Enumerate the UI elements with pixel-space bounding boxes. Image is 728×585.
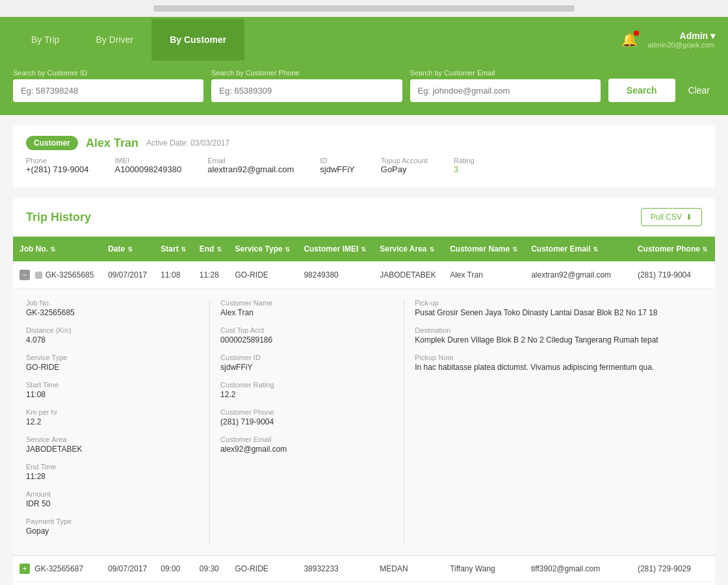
customer-phone-input[interactable] (211, 79, 402, 102)
cell-customer-name: Lux Crownguard (443, 582, 525, 586)
col-job-no[interactable]: Job No. ⇅ (13, 237, 101, 261)
phone-label: Phone (26, 157, 89, 164)
id-label: ID (320, 157, 354, 164)
expanded-detail-row: Job No. GK-32565685 Distance (Km) 4.078 … (13, 289, 715, 556)
col-customer-imei[interactable]: Customer IMEI ⇅ (297, 237, 373, 261)
customer-phone-label: Search by Customer Phone (211, 69, 402, 77)
cell-customer-imei: 98249380 (297, 261, 373, 289)
pull-csv-label: Pull CSV (651, 213, 682, 222)
topup-value: GoPay (381, 164, 428, 174)
cell-service-area: JABODETABEK (373, 582, 443, 586)
col-customer-phone[interactable]: Customer Phone ⇅ (631, 237, 715, 261)
customer-id-detail: ID sjdwFFiY (320, 157, 354, 174)
customer-id-field: Search by Customer ID (13, 69, 203, 102)
cell-job-no: + GK-32565688 (13, 582, 101, 586)
cell-service-type: GO-RIDE (228, 261, 297, 289)
customer-badge: Customer (26, 136, 78, 150)
table-row[interactable]: + GK-32565687 09/07/2017 09:00 09:30 GO-… (13, 556, 715, 582)
search-button[interactable]: Search (608, 79, 675, 102)
col-date[interactable]: Date ⇅ (101, 237, 154, 261)
detail-service-type: Service Type GO-RIDE (26, 354, 199, 372)
cell-customer-phone: (281) 222-9324 (631, 582, 715, 586)
pull-csv-button[interactable]: Pull CSV ⬇ (641, 208, 702, 226)
customer-imei-detail: IMEI A1000098249380 (115, 157, 182, 174)
customer-id-label: Search by Customer ID (13, 69, 203, 77)
cell-customer-imei: 29402930 (297, 582, 373, 586)
cell-customer-phone: (281) 719-9004 (631, 261, 715, 289)
cell-start: 09:00 (154, 556, 192, 582)
admin-name: Admin ▾ (648, 31, 716, 41)
imei-label: IMEI (115, 157, 182, 164)
customer-active-date: Active Date: 03/03/2017 (146, 138, 229, 148)
clear-button[interactable]: Clear (683, 79, 715, 102)
customer-email-field: Search by Customer Email (410, 69, 601, 102)
cell-customer-email: luxcguard@yahoo.com (525, 582, 631, 586)
detail-payment-type: Payment Type Gopay (26, 517, 199, 536)
detail-service-area: Service Area JABODETABEK (26, 436, 199, 454)
cell-service-area: JABODETABEK (373, 261, 443, 289)
cell-service-type: GO-RIDE (228, 582, 297, 586)
cell-end: 09:10 (193, 582, 229, 586)
table-header-row: Job No. ⇅ Date ⇅ Start ⇅ End ⇅ Service T… (13, 237, 715, 261)
detail-customer-phone: Customer Phone (281) 719-9004 (220, 408, 393, 426)
phone-value: +(281) 719-9004 (26, 164, 89, 174)
table-row[interactable]: − ▦ GK-32565685 09/07/2017 11:08 11:28 G… (13, 261, 715, 289)
detail-cell: Job No. GK-32565685 Distance (Km) 4.078 … (13, 289, 715, 556)
cell-service-type: GO-RIDE (228, 556, 297, 582)
trip-history-header: Trip History Pull CSV ⬇ (13, 198, 715, 237)
cell-customer-email: tiff3902@gmail.com (525, 556, 631, 582)
customer-header: Customer Alex Tran Active Date: 03/03/20… (26, 136, 702, 150)
detail-customer-rating: Customer Rating 12.2 (220, 381, 393, 399)
tab-by-trip[interactable]: By Trip (13, 19, 78, 60)
expand-toggle[interactable]: − (20, 270, 30, 280)
col-end[interactable]: End ⇅ (193, 237, 229, 261)
cell-end: 11:28 (193, 261, 229, 289)
admin-info: Admin ▾ admin20@gojek.com (648, 31, 716, 49)
detail-cust-top-acct: Cust Top Acct 000002589186 (220, 326, 393, 344)
id-value: sjdwFFiY (320, 164, 354, 174)
tab-by-customer[interactable]: By Customer (151, 19, 244, 60)
nav-tabs: By Trip By Driver By Customer (13, 17, 244, 62)
cell-customer-name: Tiffany Wang (443, 556, 525, 582)
topup-detail: Topup Account GoPay (381, 157, 428, 174)
col-service-area[interactable]: Service Area ⇅ (373, 237, 443, 261)
detail-destination: Destination Komplek Duren Village Blok B… (415, 326, 692, 344)
cell-date: 09/07/2017 (101, 582, 154, 586)
progress-bar (153, 5, 575, 12)
table-container: Job No. ⇅ Date ⇅ Start ⇅ End ⇅ Service T… (13, 237, 715, 585)
main-content: Customer Alex Tran Active Date: 03/03/20… (0, 115, 728, 585)
email-label: Email (207, 157, 294, 164)
detail-pickup: Pick-up Pusat Grosir Senen Jaya Toko Din… (415, 299, 692, 317)
col-customer-name[interactable]: Customer Name ⇅ (443, 237, 525, 261)
cell-service-area: MEDAN (373, 556, 443, 582)
topup-label: Topup Account (381, 157, 428, 164)
detail-pickup-note: Pickup Note In hac habitasse platea dict… (415, 354, 692, 372)
detail-km-per-hr: Km per hr 12.2 (26, 408, 199, 426)
cell-customer-imei: 38932233 (297, 556, 373, 582)
notification-dot (634, 31, 639, 36)
detail-job-no: Job No. GK-32565685 (26, 299, 199, 317)
bell-icon[interactable]: 🔔 (621, 32, 638, 47)
col-start[interactable]: Start ⇅ (154, 237, 192, 261)
customer-phone-field: Search by Customer Phone (211, 69, 402, 102)
cell-customer-name: Alex Tran (443, 261, 525, 289)
customer-card: Customer Alex Tran Active Date: 03/03/20… (13, 125, 715, 187)
customer-email-input[interactable] (410, 79, 601, 102)
cell-end: 09:30 (193, 556, 229, 582)
cell-start: 08:30 (154, 582, 192, 586)
expand-toggle[interactable]: + (20, 564, 30, 574)
tab-by-driver[interactable]: By Driver (78, 19, 152, 60)
table-icon: ▦ (34, 269, 43, 280)
customer-id-input[interactable] (13, 79, 203, 102)
trip-history: Trip History Pull CSV ⬇ Job No. ⇅ Date ⇅… (13, 198, 715, 585)
detail-distance: Distance (Km) 4.078 (26, 326, 199, 344)
customer-phone-detail: Phone +(281) 719-9004 (26, 157, 89, 174)
table-row[interactable]: + GK-32565688 09/07/2017 08:30 09:10 GO-… (13, 582, 715, 586)
col-service-type[interactable]: Service Type ⇅ (228, 237, 297, 261)
detail-amount: Amount IDR 50 (26, 490, 199, 508)
email-value: alextran92@gmail.com (207, 164, 294, 174)
cell-date: 09/07/2017 (101, 556, 154, 582)
col-customer-email[interactable]: Customer Email ⇅ (525, 237, 631, 261)
customer-details: Phone +(281) 719-9004 IMEI A100009824938… (26, 157, 702, 174)
trip-history-title: Trip History (26, 211, 91, 224)
